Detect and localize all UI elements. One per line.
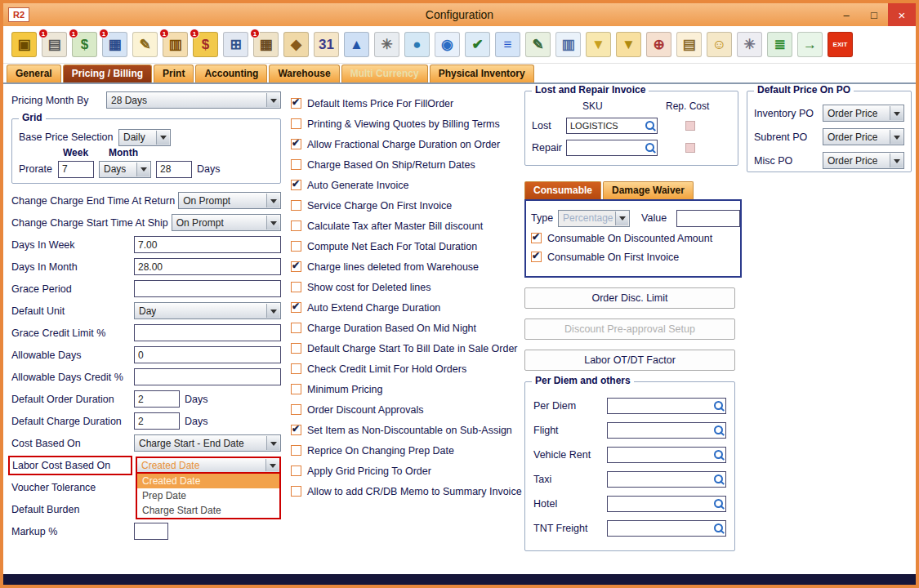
close-button[interactable]: × — [888, 3, 916, 26]
toolbar-money-icon[interactable]: $1 — [72, 32, 97, 57]
search-icon[interactable] — [643, 141, 656, 154]
tab-general[interactable]: General — [7, 65, 61, 82]
toolbar-labor-person-icon[interactable]: ☺ — [707, 32, 732, 57]
charge-duration-based-on-mid-night-checkbox[interactable] — [291, 323, 301, 333]
toolbar-database-icon[interactable]: ≣ — [767, 32, 792, 57]
search-icon[interactable] — [712, 399, 725, 412]
consumable-on-discounted-amount-checkbox[interactable] — [531, 233, 542, 243]
order-disc-limit-button[interactable]: Order Disc. Limit — [524, 287, 735, 309]
default-charge-duration-input[interactable] — [134, 412, 180, 430]
minimize-button[interactable]: – — [832, 3, 860, 26]
grace-period-input[interactable] — [134, 280, 281, 297]
check-credit-limit-for-hold-orders-checkbox[interactable] — [291, 363, 301, 374]
consumable-on-first-invoice-checkbox[interactable] — [531, 252, 542, 262]
apply-grid-pricing-to-order-checkbox[interactable] — [291, 466, 301, 476]
toolbar-copy-icon[interactable]: ▥ — [555, 32, 581, 57]
tab-warehouse[interactable]: Warehouse — [269, 65, 339, 82]
toolbar-shield-check-icon[interactable]: ✔ — [465, 32, 490, 57]
markup-input[interactable] — [134, 523, 168, 540]
default-unit-select[interactable]: Day — [134, 302, 281, 319]
toolbar-filter-add-icon[interactable]: ▼ — [616, 32, 641, 57]
search-icon[interactable] — [712, 424, 725, 437]
tab-pricing-billing[interactable]: Pricing / Billing — [63, 65, 152, 82]
default-items-price-for-fillorder-checkbox[interactable] — [291, 98, 301, 109]
toolbar-globe-icon[interactable]: ● — [404, 32, 430, 57]
toolbar-tools-icon[interactable]: ⊕ — [646, 32, 671, 57]
subrent-po-select[interactable]: Order Price — [823, 128, 904, 145]
tab-consumable[interactable]: Consumable — [524, 181, 601, 199]
tab-accounting[interactable]: Accounting — [195, 65, 267, 82]
prorate-month-input[interactable] — [156, 161, 192, 178]
vehicle-rent-lookup[interactable] — [607, 447, 726, 463]
prorate-unit-select[interactable]: Days — [99, 161, 151, 178]
toolbar-edit-icon[interactable]: ✎ — [132, 32, 158, 57]
days-in-month-input[interactable] — [134, 258, 281, 275]
taxi-lookup[interactable] — [607, 471, 726, 488]
allowable-days-input[interactable] — [134, 346, 281, 363]
reprice-on-changing-prep-date-checkbox[interactable] — [291, 445, 301, 456]
days-in-week-input[interactable] — [134, 236, 281, 253]
default-order-duration-input[interactable] — [134, 390, 180, 408]
service-charge-on-first-invoice-checkbox[interactable] — [291, 200, 301, 211]
printing-viewing-quotes-by-billing-terms-checkbox[interactable] — [291, 118, 301, 129]
minimum-pricing-checkbox[interactable] — [291, 384, 301, 394]
charge-based-on-ship-return-dates-checkbox[interactable] — [291, 159, 301, 170]
allow-fractional-charge-duration-on-order-checkbox[interactable] — [291, 139, 301, 149]
tnt-freight-lookup[interactable] — [607, 520, 726, 537]
toolbar-clipboard-icon[interactable]: ▤ — [676, 32, 702, 57]
default-charge-start-to-bill-date-in-sale-order-checkbox[interactable] — [291, 343, 301, 354]
toolbar-report-grid-icon[interactable]: ▦1 — [253, 32, 279, 57]
inventory-po-select[interactable]: Order Price — [823, 105, 904, 122]
dropdown-item-charge-start-date[interactable]: Charge Start Date — [137, 503, 279, 518]
toolbar-calendar-31-icon[interactable]: 31 — [314, 32, 339, 57]
toolbar-sync-search-icon[interactable]: ◉ — [435, 32, 460, 57]
toolbar-invoice-dollar-icon[interactable]: $1 — [193, 32, 218, 57]
cost-based-on-select[interactable]: Charge Start - End Date — [134, 434, 281, 452]
toolbar-export-icon[interactable]: → — [797, 32, 823, 57]
toolbar-filter-icon[interactable]: ▼ — [586, 32, 611, 57]
grace-credit-limit-input[interactable] — [134, 324, 281, 341]
tab-print[interactable]: Print — [154, 65, 194, 82]
search-icon[interactable] — [712, 473, 725, 486]
toolbar-spreadsheet-icon[interactable]: ⊞ — [223, 32, 248, 57]
toolbar-compose-icon[interactable]: ✎ — [525, 32, 551, 57]
maximize-button[interactable]: □ — [860, 3, 888, 26]
search-icon[interactable] — [712, 497, 725, 510]
toolbar-save-icon[interactable]: ▣ — [11, 32, 37, 57]
order-discount-approvals-checkbox[interactable] — [291, 404, 301, 415]
hotel-lookup[interactable] — [607, 496, 726, 512]
calculate-tax-after-master-bill-discount-checkbox[interactable] — [291, 220, 301, 231]
title-bar[interactable]: R2 Configuration – □ × — [3, 3, 916, 26]
show-cost-for-deleted-lines-checkbox[interactable] — [291, 282, 301, 292]
pricing-month-select[interactable]: 28 Days — [106, 91, 281, 109]
dropdown-item-created-date[interactable]: Created Date — [137, 474, 279, 488]
dropdown-item-prep-date[interactable]: Prep Date — [137, 488, 279, 503]
toolbar-calendar-icon[interactable]: ▦1 — [102, 32, 127, 57]
flight-lookup[interactable] — [607, 422, 726, 439]
auto-extend-charge-duration-checkbox[interactable] — [291, 302, 301, 313]
tab-physical-inventory[interactable]: Physical Inventory — [430, 65, 534, 82]
toolbar-briefcase-icon[interactable]: ◆ — [283, 32, 309, 57]
search-icon[interactable] — [643, 119, 656, 132]
allowable-days-credit-input[interactable] — [134, 368, 281, 385]
auto-generate-invoice-checkbox[interactable] — [291, 180, 301, 190]
change-charge-end-time-at-return-select[interactable]: On Prompt — [178, 192, 281, 209]
value-input[interactable] — [676, 210, 740, 227]
misc-po-select[interactable]: Order Price — [823, 152, 904, 169]
per-diem-lookup[interactable] — [607, 398, 726, 414]
change-charge-start-time-at-ship-select[interactable]: On Prompt — [172, 214, 281, 231]
search-icon[interactable] — [712, 522, 725, 535]
allow-to-add-cr-db-memo-to-summary-invoice-checkbox[interactable] — [291, 486, 301, 497]
search-icon[interactable] — [712, 448, 725, 461]
toolbar-chart-icon[interactable]: ▲ — [344, 32, 369, 57]
tab-multi-currency[interactable]: Multi Currency — [341, 65, 428, 82]
toolbar-gears-icon[interactable]: ✳ — [374, 32, 399, 57]
compute-net-each-for-total-duration-checkbox[interactable] — [291, 241, 301, 252]
charge-lines-deleted-from-warehouse-checkbox[interactable] — [291, 261, 301, 272]
labor-cost-based-on-select[interactable]: Created DateCreated DatePrep DateCharge … — [136, 457, 281, 474]
prorate-week-input[interactable] — [58, 161, 94, 178]
toolbar-orders-icon[interactable]: ▤1 — [42, 32, 67, 57]
tab-damage-waiver[interactable]: Damage Waiver — [603, 181, 694, 199]
repair-sku-lookup[interactable] — [566, 140, 658, 156]
toolbar-flag-stripes-icon[interactable]: ≡ — [495, 32, 520, 57]
